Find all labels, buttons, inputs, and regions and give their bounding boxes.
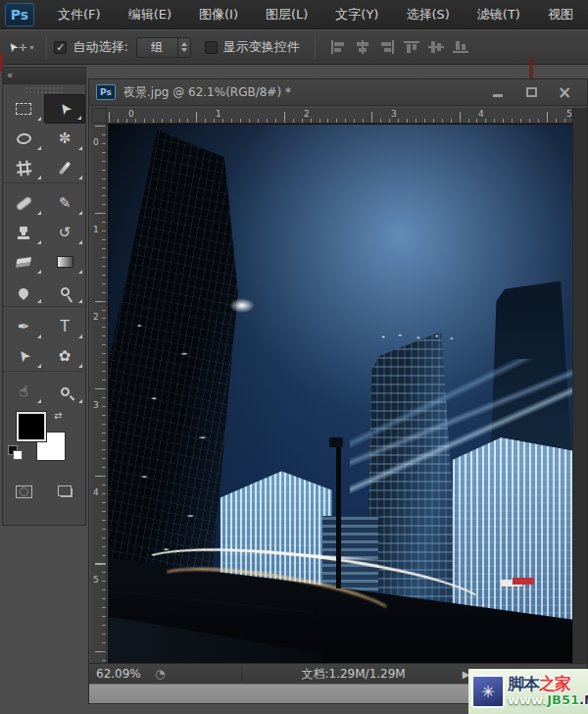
building-top-lights [373,329,457,345]
ruler-label: 4 [93,487,99,497]
align-buttons [330,40,468,54]
street-lamp-head [329,437,343,447]
blur-icon [17,285,30,299]
minimize-button[interactable] [489,85,507,99]
tool-clone-stamp[interactable] [3,218,44,247]
dropdown-value: 组 [137,39,177,56]
align-top-edges-icon[interactable] [404,40,419,54]
tool-path-selection[interactable]: ➤ [3,341,44,371]
tool-brush[interactable]: ✎ [44,188,85,218]
marquee-icon [16,103,31,115]
gradient-icon [57,256,74,268]
swap-colors-icon[interactable]: ⇄ [54,410,62,421]
crop-icon [16,160,31,176]
tool-zoom[interactable] [44,377,85,406]
auto-select-checkbox[interactable]: ✓ [54,41,67,54]
panel-bottom-row [3,477,85,506]
lasso-icon [16,132,31,145]
photoshop-app-icon: Ps [5,3,34,26]
tool-pen[interactable]: ✒ [3,312,44,341]
file-type-icon: Ps [96,84,116,100]
photoshop-window: Ps 文件(F) 编辑(E) 图像(I) 图层(L) 文字(Y) 选择(S) 滤… [0,0,588,714]
window-controls: × [489,85,573,99]
menu-file[interactable]: 文件(F) [44,0,115,29]
tool-crop[interactable] [3,153,44,182]
vertical-ruler[interactable]: 0 1 2 3 4 5 6 [91,124,107,685]
align-right-edges-icon[interactable] [379,40,395,54]
canvas-image[interactable] [109,125,573,684]
menu-image[interactable]: 图像(I) [185,0,252,29]
tool-history-brush[interactable]: ↺ [44,218,85,247]
menu-layer[interactable]: 图层(L) [252,0,321,29]
tool-spot-healing-brush[interactable] [3,188,44,218]
options-bar: ➤ ✛ ▾ ✓ 自动选择: 组 显示变换控件 [0,29,588,65]
ruler-label: 1 [216,109,221,119]
dodge-icon [59,285,72,298]
ruler-label: 3 [93,400,99,410]
magic-wand-icon: ✼ [59,129,72,147]
move-icon: ➤ [54,99,75,120]
default-colors-icon[interactable] [8,445,22,459]
collapse-panel-button[interactable]: « [7,70,11,80]
path-selection-icon: ➤ [13,346,34,367]
clone-stamp-icon [17,227,30,239]
ruler-label: 3 [391,109,397,119]
ruler-label: 5 [566,109,572,119]
tool-move[interactable]: ➤ [44,94,85,124]
tool-grid: ➤ ✼ ✎ ↺ ✒ T ➤ ✿ ☝ [3,94,85,406]
tools-panel: « ➤ ✼ ✎ ↺ ✒ T ➤ ✿ ☝ [2,67,86,526]
tool-lasso[interactable] [3,124,44,153]
tool-hand[interactable]: ☝ [3,377,44,406]
panel-grip [24,86,64,94]
spinner-arrows-icon [177,38,190,57]
tool-preset-button[interactable]: ➤ ✛ ▾ [8,40,33,54]
align-horizontal-centers-icon[interactable] [355,40,370,54]
tool-dodge[interactable] [44,277,85,306]
tool-blur[interactable] [3,277,44,306]
ruler-label: 4 [478,109,484,119]
status-icon: ◔ [155,667,165,681]
separator [315,36,316,58]
tool-type[interactable]: T [44,312,85,341]
tool-eyedropper[interactable] [44,153,85,182]
jb51-logo-icon: ✳ [471,675,505,708]
maximize-button[interactable] [522,85,540,99]
menu-bar: Ps 文件(F) 编辑(E) 图像(I) 图层(L) 文字(Y) 选择(S) 滤… [0,0,588,29]
menu-filter[interactable]: 滤镜(T) [464,0,534,29]
menu-edit[interactable]: 编辑(E) [115,0,185,29]
tool-gradient[interactable] [44,247,85,277]
healing-brush-icon [15,195,32,211]
custom-shape-icon: ✿ [59,347,72,365]
separator [46,36,47,58]
building-sign [513,578,534,585]
ruler-label: 2 [304,109,310,119]
menu-select[interactable]: 选择(S) [392,0,463,29]
document-tab-title[interactable]: 夜景.jpg @ 62.1%(RGB/8#) * [123,84,481,101]
align-vertical-centers-icon[interactable] [428,40,444,54]
horizontal-ruler[interactable]: 0 1 2 3 4 5 [107,108,573,124]
ruler-label: 0 [93,137,99,147]
tool-eraser[interactable] [3,247,44,277]
zoom-level-field[interactable]: 62.09% [96,667,147,681]
screen-mode-button[interactable] [61,488,73,497]
vertical-scrollbar[interactable] [572,108,587,685]
tool-rectangular-marquee[interactable] [3,94,44,124]
auto-select-scope-dropdown[interactable]: 组 [136,37,191,58]
foreground-color-swatch[interactable] [17,412,46,441]
align-left-edges-icon[interactable] [330,40,346,54]
close-button[interactable]: × [556,85,573,99]
ruler-corner [91,108,107,124]
align-bottom-edges-icon[interactable] [453,40,468,54]
quick-mask-button[interactable] [16,485,32,498]
tool-magic-wand[interactable]: ✼ [44,124,85,153]
zoom-icon [59,385,72,398]
street-lamp-pole [336,443,341,588]
color-swatches: ⇄ [3,410,85,473]
menu-view[interactable]: 视图 [534,0,587,29]
menu-type[interactable]: 文字(Y) [321,0,392,29]
show-transform-checkbox[interactable] [205,41,218,54]
eraser-icon [16,257,31,268]
tool-custom-shape[interactable]: ✿ [44,341,85,371]
light-beams [350,359,573,516]
show-transform-label: 显示变换控件 [223,38,300,56]
